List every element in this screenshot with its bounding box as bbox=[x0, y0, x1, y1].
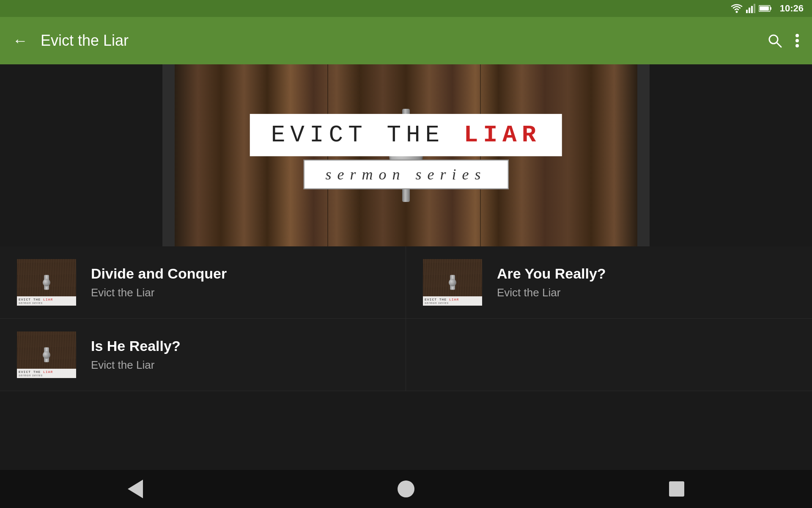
list-item[interactable]: EVICT THE LIAR sermon series Are You Rea… bbox=[406, 246, 812, 319]
svg-point-11 bbox=[796, 39, 799, 42]
item-subtitle-3: Evict the Liar bbox=[91, 359, 389, 372]
svg-rect-2 bbox=[749, 8, 750, 13]
list-item[interactable]: EVICT THE LIAR sermon series Divide and … bbox=[0, 246, 406, 319]
battery-icon bbox=[759, 5, 772, 12]
svg-rect-4 bbox=[754, 4, 755, 13]
thumb-sub-3: sermon series bbox=[19, 374, 74, 377]
nav-back-icon bbox=[128, 480, 143, 498]
thumb-doorknob-2 bbox=[450, 275, 455, 290]
svg-rect-7 bbox=[760, 6, 769, 11]
thumb-overlay-2: EVICT THE LIAR sermon series bbox=[423, 296, 482, 306]
svg-point-12 bbox=[796, 44, 799, 47]
status-icons: 10:26 bbox=[731, 3, 804, 14]
series-title-liar: LIAR bbox=[464, 121, 541, 149]
app-bar: ← Evict the Liar bbox=[0, 17, 812, 64]
item-title-3: Is He Really? bbox=[91, 338, 389, 354]
svg-rect-6 bbox=[770, 7, 771, 10]
nav-recent-button[interactable] bbox=[664, 476, 689, 502]
series-title-container: EVICT THE LIAR sermon series bbox=[250, 114, 562, 189]
item-title-1: Divide and Conquer bbox=[91, 265, 389, 282]
thumb-title-1: EVICT THE LIAR bbox=[19, 298, 74, 301]
wifi-icon bbox=[731, 4, 743, 13]
item-thumbnail-3: EVICT THE LIAR sermon series bbox=[17, 331, 76, 378]
thumb-overlay-3: EVICT THE LIAR sermon series bbox=[17, 369, 76, 378]
thumb-doorknob-3 bbox=[44, 348, 49, 362]
svg-point-0 bbox=[735, 11, 738, 13]
thumb-sub-1: sermon series bbox=[19, 301, 74, 304]
svg-line-9 bbox=[776, 42, 781, 47]
status-bar: 10:26 bbox=[0, 0, 812, 17]
app-bar-title: Evict the Liar bbox=[41, 32, 767, 50]
series-title-box: EVICT THE LIAR bbox=[250, 114, 562, 156]
bottom-nav bbox=[0, 470, 812, 508]
nav-back-button[interactable] bbox=[123, 476, 148, 502]
item-text-2: Are You Really? Evict the Liar bbox=[497, 265, 795, 299]
item-text-1: Divide and Conquer Evict the Liar bbox=[91, 265, 389, 299]
nav-recent-icon bbox=[669, 481, 684, 497]
thumb-doorknob-1 bbox=[44, 275, 49, 290]
svg-rect-1 bbox=[746, 10, 748, 13]
item-thumbnail-1: EVICT THE LIAR sermon series bbox=[17, 259, 76, 306]
search-icon[interactable] bbox=[767, 33, 782, 48]
hero-dark-right bbox=[650, 64, 812, 246]
item-subtitle-1: Evict the Liar bbox=[91, 286, 389, 299]
app-bar-actions bbox=[767, 33, 799, 48]
empty-cell bbox=[406, 319, 812, 391]
signal-icon bbox=[746, 4, 755, 13]
status-time: 10:26 bbox=[780, 3, 804, 14]
thumb-title-3: EVICT THE LIAR bbox=[19, 370, 74, 374]
list-item[interactable]: EVICT THE LIAR sermon series Is He Reall… bbox=[0, 319, 406, 391]
item-text-3: Is He Really? Evict the Liar bbox=[91, 338, 389, 372]
svg-rect-3 bbox=[751, 6, 753, 13]
nav-home-button[interactable] bbox=[393, 476, 419, 502]
series-subtitle: sermon series bbox=[326, 166, 487, 183]
thumb-overlay-1: EVICT THE LIAR sermon series bbox=[17, 296, 76, 306]
item-title-2: Are You Really? bbox=[497, 265, 795, 282]
more-icon[interactable] bbox=[795, 33, 799, 48]
back-button[interactable]: ← bbox=[13, 32, 28, 50]
item-subtitle-2: Evict the Liar bbox=[497, 286, 795, 299]
nav-home-icon bbox=[398, 480, 414, 497]
thumb-title-2: EVICT THE LIAR bbox=[425, 298, 480, 301]
series-title-evict: EVICT THE bbox=[271, 121, 464, 149]
hero-section: EVICT THE LIAR sermon series bbox=[0, 64, 812, 246]
content-grid: EVICT THE LIAR sermon series Divide and … bbox=[0, 246, 812, 391]
hero-dark-left bbox=[0, 64, 162, 246]
thumb-sub-2: sermon series bbox=[425, 301, 480, 304]
svg-point-10 bbox=[796, 34, 799, 37]
series-subtitle-box: sermon series bbox=[304, 160, 509, 189]
item-thumbnail-2: EVICT THE LIAR sermon series bbox=[423, 259, 482, 306]
